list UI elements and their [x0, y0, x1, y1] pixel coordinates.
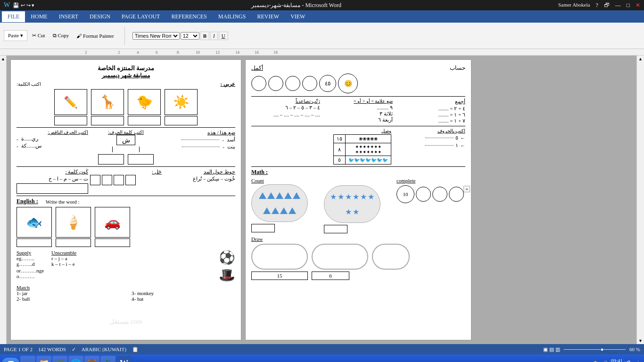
- missing2-text: س.......كة: [21, 143, 41, 149]
- titlebar-controls[interactable]: Samer Abokela ? 🗗 — □ ✕: [558, 2, 640, 9]
- underline-button[interactable]: U: [219, 32, 228, 40]
- caterpillar-head: 😊: [338, 74, 358, 93]
- complete-section: complete 10: [396, 178, 465, 203]
- hal-box-1[interactable]: [90, 175, 100, 185]
- count-answer-box[interactable]: [251, 224, 275, 232]
- supply-or: or………nge: [17, 268, 44, 273]
- tab-design[interactable]: DESIGN: [84, 11, 116, 22]
- math-header-row: Math :: [251, 169, 465, 176]
- complete-circle-2[interactable]: [432, 187, 447, 202]
- fish-write[interactable]: [17, 239, 52, 247]
- track-icon: 📋: [132, 346, 139, 353]
- plus-button[interactable]: +: [463, 186, 470, 192]
- tab-view[interactable]: VIEW: [285, 11, 311, 22]
- bold-button[interactable]: B: [200, 32, 209, 40]
- tab-insert[interactable]: INSERT: [53, 11, 84, 22]
- pencil-write-box[interactable]: [54, 116, 87, 125]
- kawn-answer-box[interactable]: [17, 183, 88, 194]
- left-scroll[interactable]: ▲: [0, 56, 7, 344]
- caterpillar-face: 😊: [338, 74, 358, 93]
- tab-mailings[interactable]: MAILINGS: [213, 11, 252, 22]
- madd-hal-row: حوط حول المد خُوت – سِكين – تُراع حَل : …: [17, 169, 235, 194]
- sound-icon: 🔊: [602, 361, 608, 362]
- cell-number-2: ٨: [334, 143, 346, 156]
- minimize-button[interactable]: —: [615, 2, 621, 9]
- font-size[interactable]: 12: [181, 32, 199, 40]
- taskbar-app2[interactable]: 🐻: [84, 356, 99, 362]
- supply-g: g……..d: [17, 261, 44, 267]
- car-write[interactable]: [95, 239, 130, 247]
- font-family[interactable]: Times New Roman: [132, 32, 180, 40]
- madd-section: حوط حول المد خُوت – سِكين – تُراع: [164, 169, 235, 182]
- restore-button[interactable]: 🗗: [604, 2, 610, 9]
- stars-answer-box[interactable]: [324, 225, 347, 233]
- duck-img-box: 🐤: [128, 89, 161, 115]
- hal-box-3[interactable]: [114, 175, 124, 185]
- right-scrollbar[interactable]: ▲ ▼: [636, 56, 644, 344]
- letters-answer1[interactable]: [425, 138, 454, 138]
- italic-button[interactable]: I: [210, 32, 218, 40]
- paste-button[interactable]: Paste ▾: [4, 30, 27, 41]
- taskbar-chrome[interactable]: 🌐: [68, 356, 83, 362]
- ajma-row1: ٤ + ٢ = ........: [396, 106, 465, 112]
- icecream-write[interactable]: [56, 239, 91, 247]
- scroll-up-arrow[interactable]: ▲: [638, 57, 643, 61]
- tab-review[interactable]: REVIEW: [251, 11, 285, 22]
- view-icons[interactable]: ▣ ▤ ▥: [543, 346, 560, 353]
- tab-references[interactable]: REFERENCES: [165, 11, 212, 22]
- complete-circle-3[interactable]: [449, 187, 464, 202]
- circle-empty-2[interactable]: [285, 76, 300, 91]
- bint-dash: -: [223, 144, 224, 150]
- page-2: حساب أكمل 😊 ٤٥ أجمع: [245, 59, 471, 340]
- hal-box-2[interactable]: [102, 175, 112, 185]
- count-section: Count: [251, 178, 320, 232]
- page-header: مدرسة المنتزه الخاصة مسابقة شهر ديسمبر: [17, 65, 235, 79]
- fish-img: 🐟: [17, 207, 52, 238]
- eng-car: 🚗: [95, 207, 130, 247]
- complete-circle-1[interactable]: [416, 187, 431, 202]
- start-button[interactable]: ⊞: [2, 358, 19, 362]
- taskbar-ie[interactable]: e: [20, 356, 35, 362]
- letter-tree: ش: [98, 135, 154, 165]
- format-painter[interactable]: 🖌 Format Painter: [74, 32, 116, 40]
- bint-answer[interactable]: [182, 147, 220, 147]
- draw-cloud-2[interactable]: [312, 244, 368, 270]
- tri-7: [272, 207, 279, 214]
- tri-3: [276, 192, 283, 199]
- cell-symbols-3: 🐦🐦🐦🐦🐦🐦🐦: [346, 156, 391, 165]
- ruler: 2 2 4 6 8 10 12 14 16 18: [0, 49, 644, 56]
- giraffe-write-box[interactable]: [91, 116, 124, 125]
- spell-icon: ✓: [72, 346, 76, 353]
- tab-home[interactable]: HOME: [25, 11, 53, 22]
- taskbar-media[interactable]: 🎵: [52, 356, 67, 362]
- letters-answer2[interactable]: [425, 145, 454, 146]
- circle-empty-1[interactable]: [302, 76, 317, 91]
- sun-img-box: ☀️: [165, 89, 198, 115]
- close-button[interactable]: ✕: [636, 2, 640, 9]
- circle-empty-4[interactable]: [251, 76, 266, 91]
- maximize-button[interactable]: □: [627, 2, 630, 9]
- hal-box-4[interactable]: [125, 175, 136, 185]
- draw-cloud-1[interactable]: [251, 244, 308, 270]
- statusbar: PAGE 1 OF 2 142 WORDS ✓ ARABIC (KUWAIT) …: [0, 344, 644, 354]
- help-button[interactable]: ?: [595, 2, 598, 9]
- circle-empty-3[interactable]: [268, 76, 283, 91]
- tab-page-layout[interactable]: PAGE LAYOUT: [116, 11, 165, 22]
- tri-5: [293, 192, 300, 199]
- missing1-text: ري......ة: [21, 136, 39, 142]
- branch-left[interactable]: [128, 154, 154, 165]
- statusbar-right: ▣ ▤ ▥ ──────────●────── 60 %: [543, 346, 640, 353]
- sun-write-box[interactable]: [165, 116, 198, 125]
- asad-answer[interactable]: [182, 140, 219, 140]
- zoom-slider[interactable]: ──────────●──────: [564, 346, 626, 352]
- copy-button[interactable]: ⧉ Copy: [50, 32, 72, 40]
- draw-cloud-3[interactable]: [372, 244, 410, 270]
- taskbar-excel[interactable]: X: [100, 356, 116, 362]
- duck-write-box[interactable]: [128, 116, 161, 125]
- tab-file[interactable]: FILE: [2, 11, 25, 22]
- taskbar-explorer[interactable]: 📁: [36, 356, 51, 362]
- taskbar-word[interactable]: W: [116, 356, 132, 362]
- scroll-down-arrow[interactable]: ▼: [638, 338, 643, 343]
- branch-right[interactable]: [98, 154, 124, 165]
- cut-button[interactable]: ✂ Cut: [29, 32, 48, 40]
